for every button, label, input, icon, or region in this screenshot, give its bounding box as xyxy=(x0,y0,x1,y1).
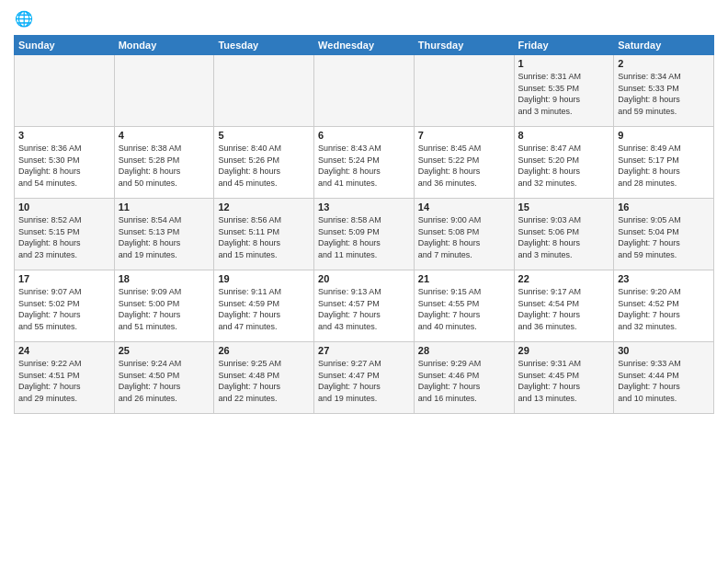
day-number: 18 xyxy=(119,273,210,284)
calendar-cell: 23Sunrise: 9:20 AM Sunset: 4:52 PM Dayli… xyxy=(614,270,714,342)
day-number: 17 xyxy=(18,273,110,284)
header: 🌐 xyxy=(14,9,714,29)
day-number: 12 xyxy=(218,201,310,213)
calendar-cell xyxy=(314,55,415,127)
calendar-header-row: SundayMondayTuesdayWednesdayThursdayFrid… xyxy=(15,36,714,55)
calendar-cell: 25Sunrise: 9:24 AM Sunset: 4:50 PM Dayli… xyxy=(114,342,214,414)
day-info: Sunrise: 9:29 AM Sunset: 4:46 PM Dayligh… xyxy=(418,358,510,404)
calendar-table: SundayMondayTuesdayWednesdayThursdayFrid… xyxy=(14,35,714,414)
day-number: 7 xyxy=(418,130,510,141)
calendar-cell: 22Sunrise: 9:17 AM Sunset: 4:54 PM Dayli… xyxy=(514,270,614,342)
day-info: Sunrise: 9:31 AM Sunset: 4:45 PM Dayligh… xyxy=(518,358,610,404)
day-info: Sunrise: 8:54 AM Sunset: 5:13 PM Dayligh… xyxy=(119,214,210,260)
day-info: Sunrise: 8:58 AM Sunset: 5:09 PM Dayligh… xyxy=(318,214,410,260)
calendar-cell xyxy=(114,55,214,127)
day-number: 21 xyxy=(418,273,510,284)
day-info: Sunrise: 8:36 AM Sunset: 5:30 PM Dayligh… xyxy=(18,143,110,189)
calendar-cell: 7Sunrise: 8:45 AM Sunset: 5:22 PM Daylig… xyxy=(414,127,514,199)
column-header-wednesday: Wednesday xyxy=(314,36,415,55)
calendar-cell: 11Sunrise: 8:54 AM Sunset: 5:13 PM Dayli… xyxy=(114,199,214,270)
day-info: Sunrise: 9:27 AM Sunset: 4:47 PM Dayligh… xyxy=(318,358,410,404)
calendar-cell: 18Sunrise: 9:09 AM Sunset: 5:00 PM Dayli… xyxy=(114,270,214,342)
day-info: Sunrise: 9:17 AM Sunset: 4:54 PM Dayligh… xyxy=(518,286,610,332)
day-info: Sunrise: 9:07 AM Sunset: 5:02 PM Dayligh… xyxy=(18,286,110,332)
day-number: 3 xyxy=(18,130,110,141)
column-header-monday: Monday xyxy=(114,36,214,55)
day-number: 11 xyxy=(119,201,210,213)
day-info: Sunrise: 9:03 AM Sunset: 5:06 PM Dayligh… xyxy=(518,214,610,260)
calendar-cell: 24Sunrise: 9:22 AM Sunset: 4:51 PM Dayli… xyxy=(15,342,115,414)
calendar-cell: 20Sunrise: 9:13 AM Sunset: 4:57 PM Dayli… xyxy=(314,270,415,342)
day-info: Sunrise: 8:56 AM Sunset: 5:11 PM Dayligh… xyxy=(218,214,310,260)
day-number: 19 xyxy=(218,273,310,284)
day-number: 28 xyxy=(418,345,510,356)
day-number: 5 xyxy=(218,130,310,141)
day-info: Sunrise: 9:05 AM Sunset: 5:04 PM Dayligh… xyxy=(618,214,710,260)
calendar-cell: 21Sunrise: 9:15 AM Sunset: 4:55 PM Dayli… xyxy=(414,270,514,342)
day-info: Sunrise: 8:45 AM Sunset: 5:22 PM Dayligh… xyxy=(418,143,510,189)
calendar-cell: 17Sunrise: 9:07 AM Sunset: 5:02 PM Dayli… xyxy=(15,270,115,342)
day-number: 4 xyxy=(119,130,210,141)
day-info: Sunrise: 9:13 AM Sunset: 4:57 PM Dayligh… xyxy=(318,286,410,332)
calendar-cell xyxy=(15,55,115,127)
calendar-week-row: 24Sunrise: 9:22 AM Sunset: 4:51 PM Dayli… xyxy=(15,342,714,414)
day-info: Sunrise: 8:40 AM Sunset: 5:26 PM Dayligh… xyxy=(218,143,310,189)
day-number: 8 xyxy=(518,130,610,141)
logo: 🌐 xyxy=(14,9,37,29)
column-header-thursday: Thursday xyxy=(414,36,514,55)
day-number: 24 xyxy=(18,345,110,356)
calendar-cell: 6Sunrise: 8:43 AM Sunset: 5:24 PM Daylig… xyxy=(314,127,415,199)
column-header-friday: Friday xyxy=(514,36,614,55)
day-info: Sunrise: 9:09 AM Sunset: 5:00 PM Dayligh… xyxy=(119,286,210,332)
day-number: 26 xyxy=(218,345,310,356)
calendar-cell: 16Sunrise: 9:05 AM Sunset: 5:04 PM Dayli… xyxy=(614,199,714,270)
page: 🌐 SundayMondayTuesdayWednesdayThursdayFr… xyxy=(0,0,728,563)
calendar-cell: 10Sunrise: 8:52 AM Sunset: 5:15 PM Dayli… xyxy=(15,199,115,270)
day-info: Sunrise: 8:38 AM Sunset: 5:28 PM Dayligh… xyxy=(119,143,210,189)
calendar-cell: 9Sunrise: 8:49 AM Sunset: 5:17 PM Daylig… xyxy=(614,127,714,199)
calendar-cell: 8Sunrise: 8:47 AM Sunset: 5:20 PM Daylig… xyxy=(514,127,614,199)
day-number: 6 xyxy=(318,130,410,141)
day-number: 22 xyxy=(518,273,610,284)
day-number: 13 xyxy=(318,201,410,213)
calendar-cell: 12Sunrise: 8:56 AM Sunset: 5:11 PM Dayli… xyxy=(214,199,314,270)
day-info: Sunrise: 8:47 AM Sunset: 5:20 PM Dayligh… xyxy=(518,143,610,189)
day-info: Sunrise: 8:31 AM Sunset: 5:35 PM Dayligh… xyxy=(518,71,610,117)
calendar-cell: 13Sunrise: 8:58 AM Sunset: 5:09 PM Dayli… xyxy=(314,199,415,270)
svg-text:🌐: 🌐 xyxy=(15,10,34,28)
calendar-cell: 2Sunrise: 8:34 AM Sunset: 5:33 PM Daylig… xyxy=(614,55,714,127)
calendar-cell: 15Sunrise: 9:03 AM Sunset: 5:06 PM Dayli… xyxy=(514,199,614,270)
day-number: 23 xyxy=(618,273,710,284)
day-number: 25 xyxy=(119,345,210,356)
day-info: Sunrise: 8:49 AM Sunset: 5:17 PM Dayligh… xyxy=(618,143,710,189)
day-info: Sunrise: 8:52 AM Sunset: 5:15 PM Dayligh… xyxy=(18,214,110,260)
day-number: 10 xyxy=(18,201,110,213)
day-number: 15 xyxy=(518,201,610,213)
day-info: Sunrise: 9:00 AM Sunset: 5:08 PM Dayligh… xyxy=(418,214,510,260)
day-info: Sunrise: 8:43 AM Sunset: 5:24 PM Dayligh… xyxy=(318,143,410,189)
calendar-body: 1Sunrise: 8:31 AM Sunset: 5:35 PM Daylig… xyxy=(15,55,714,414)
day-info: Sunrise: 9:11 AM Sunset: 4:59 PM Dayligh… xyxy=(218,286,310,332)
day-number: 9 xyxy=(618,130,710,141)
day-number: 1 xyxy=(518,58,610,69)
calendar-cell xyxy=(414,55,514,127)
day-info: Sunrise: 9:33 AM Sunset: 4:44 PM Dayligh… xyxy=(618,358,710,404)
column-header-tuesday: Tuesday xyxy=(214,36,314,55)
calendar-cell: 26Sunrise: 9:25 AM Sunset: 4:48 PM Dayli… xyxy=(214,342,314,414)
calendar-week-row: 17Sunrise: 9:07 AM Sunset: 5:02 PM Dayli… xyxy=(15,270,714,342)
calendar-week-row: 1Sunrise: 8:31 AM Sunset: 5:35 PM Daylig… xyxy=(15,55,714,127)
calendar-week-row: 3Sunrise: 8:36 AM Sunset: 5:30 PM Daylig… xyxy=(15,127,714,199)
column-header-sunday: Sunday xyxy=(15,36,115,55)
day-info: Sunrise: 9:15 AM Sunset: 4:55 PM Dayligh… xyxy=(418,286,510,332)
day-info: Sunrise: 9:22 AM Sunset: 4:51 PM Dayligh… xyxy=(18,358,110,404)
calendar-cell: 28Sunrise: 9:29 AM Sunset: 4:46 PM Dayli… xyxy=(414,342,514,414)
day-number: 14 xyxy=(418,201,510,213)
calendar-cell xyxy=(214,55,314,127)
day-number: 29 xyxy=(518,345,610,356)
day-number: 27 xyxy=(318,345,410,356)
calendar-cell: 3Sunrise: 8:36 AM Sunset: 5:30 PM Daylig… xyxy=(15,127,115,199)
calendar-cell: 19Sunrise: 9:11 AM Sunset: 4:59 PM Dayli… xyxy=(214,270,314,342)
column-header-saturday: Saturday xyxy=(614,36,714,55)
calendar-cell: 14Sunrise: 9:00 AM Sunset: 5:08 PM Dayli… xyxy=(414,199,514,270)
calendar-cell: 30Sunrise: 9:33 AM Sunset: 4:44 PM Dayli… xyxy=(614,342,714,414)
